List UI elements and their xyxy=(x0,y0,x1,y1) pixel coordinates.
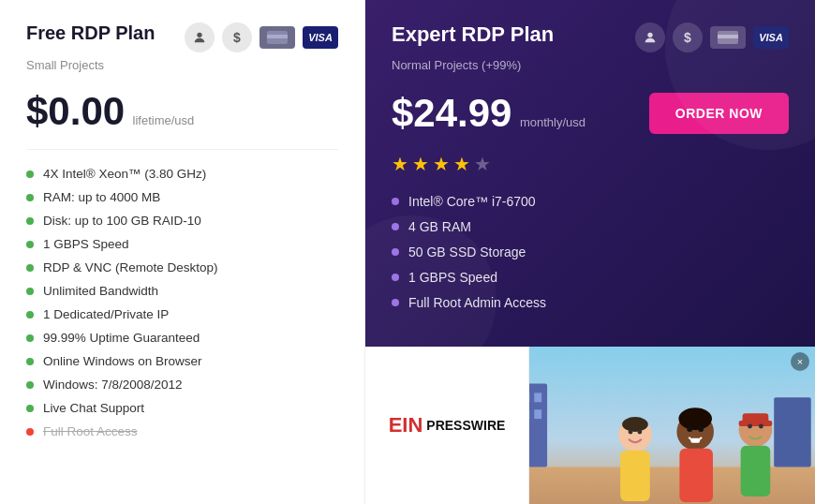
ad-logo-section: EIN PRESSWIRE xyxy=(365,347,529,504)
free-price-period: lifetime/usd xyxy=(133,113,195,127)
feature-text-strikethrough: Full Root Access xyxy=(43,424,138,438)
person-icon-right xyxy=(635,22,665,52)
svg-point-3 xyxy=(647,33,652,37)
bullet-dot xyxy=(26,170,34,178)
list-item: Online Windows on Browser xyxy=(26,354,338,368)
svg-rect-24 xyxy=(620,451,650,501)
feature-text: Online Windows on Browser xyxy=(43,354,202,368)
feature-text: 4X Intel® Xeon™ (3.80 GHz) xyxy=(43,167,206,181)
feature-text: 1 GBPS Speed xyxy=(408,270,497,285)
feature-text: Intel® Core™ i7-6700 xyxy=(408,194,536,209)
bullet-dot xyxy=(26,405,34,412)
bullet-dot xyxy=(392,248,399,256)
list-item: Intel® Core™ i7-6700 xyxy=(392,194,789,209)
free-plan-panel: Free RDP Plan $ VISA Small Projects $0.0… xyxy=(0,0,365,504)
bullet-dot xyxy=(392,299,399,306)
expert-header: Expert RDP Plan $ VISA xyxy=(392,22,789,52)
list-item: Windows: 7/8/2008/2012 xyxy=(26,378,338,392)
svg-point-39 xyxy=(759,424,763,429)
svg-rect-16 xyxy=(534,393,541,402)
expert-price-row: $24.99 monthly/usd ORDER NOW xyxy=(392,91,789,136)
svg-rect-37 xyxy=(739,421,773,426)
right-panel: Expert RDP Plan $ VISA Normal Projects (… xyxy=(365,0,815,504)
plan-title-group: Free RDP Plan xyxy=(26,22,155,44)
list-item: 1 GBPS Speed xyxy=(26,237,338,251)
dollar-icon-right: $ xyxy=(673,22,703,52)
bullet-dot xyxy=(26,217,34,225)
card-icon-right xyxy=(710,26,746,49)
person-icon xyxy=(185,22,215,52)
payment-icons-right: $ VISA xyxy=(635,22,789,52)
svg-point-33 xyxy=(698,426,704,432)
ad-close-button[interactable]: × xyxy=(791,352,809,371)
svg-rect-31 xyxy=(690,438,700,443)
feature-text: Full Root Admin Access xyxy=(408,295,546,310)
bullet-dot xyxy=(26,311,34,319)
expert-features-list: Intel® Core™ i7-6700 4 GB RAM 50 GB SSD … xyxy=(392,194,789,310)
star-1: ★ xyxy=(392,153,408,175)
order-now-button[interactable]: ORDER NOW xyxy=(649,93,789,134)
svg-rect-29 xyxy=(679,449,713,502)
list-item: RAM: up to 4000 MB xyxy=(26,190,338,204)
svg-rect-2 xyxy=(267,35,288,38)
svg-point-32 xyxy=(687,426,692,432)
feature-text: Disk: up to 100 GB RAID-10 xyxy=(43,214,201,228)
payment-icons-left: $ VISA xyxy=(185,22,338,52)
expert-price: $24.99 xyxy=(392,91,511,135)
svg-rect-7 xyxy=(529,467,815,504)
list-item: Full Root Access xyxy=(26,424,338,438)
expert-plan-subtitle: Normal Projects (+99%) xyxy=(392,58,789,72)
free-price-section: $0.00 lifetime/usd xyxy=(26,89,338,150)
svg-rect-4 xyxy=(718,31,738,44)
list-item: 1 GBPS Speed xyxy=(392,270,789,285)
svg-rect-19 xyxy=(534,409,541,419)
feature-text: RAM: up to 4000 MB xyxy=(43,190,160,204)
list-item: 99.99% Uptime Guaranteed xyxy=(26,331,338,345)
star-3: ★ xyxy=(433,153,450,175)
logo-presswire-text: PRESSWIRE xyxy=(426,418,505,433)
list-item: 4 GB RAM xyxy=(392,219,789,234)
expert-price-period: monthly/usd xyxy=(520,115,585,129)
feature-text: 1 GBPS Speed xyxy=(43,237,129,251)
svg-point-26 xyxy=(629,429,633,434)
free-price: $0.00 xyxy=(26,89,125,133)
ad-svg-illustration xyxy=(529,347,815,504)
feature-text: Windows: 7/8/2008/2012 xyxy=(43,378,183,392)
bullet-dot xyxy=(26,428,34,436)
expert-title-group: Expert RDP Plan xyxy=(392,22,554,47)
bullet-dot xyxy=(392,223,399,230)
free-features-list: 4X Intel® Xeon™ (3.80 GHz) RAM: up to 40… xyxy=(26,167,338,438)
feature-text: 4 GB RAM xyxy=(408,219,471,234)
ad-banner: EIN PRESSWIRE × xyxy=(365,347,815,504)
visa-icon-right: VISA xyxy=(753,26,789,49)
feature-text: 50 GB SSD Storage xyxy=(408,245,526,259)
list-item: 4X Intel® Xeon™ (3.80 GHz) xyxy=(26,167,338,181)
svg-point-30 xyxy=(678,408,712,430)
star-2: ★ xyxy=(412,153,429,175)
ein-presswire-logo: EIN PRESSWIRE xyxy=(389,413,506,437)
bullet-dot xyxy=(26,264,34,272)
bullet-dot xyxy=(392,198,399,205)
list-item: Full Root Admin Access xyxy=(392,295,789,310)
stars-rating: ★ ★ ★ ★ ★ xyxy=(392,153,789,175)
svg-rect-35 xyxy=(741,446,771,497)
star-5: ★ xyxy=(474,153,491,175)
ad-illustration-section: × xyxy=(529,347,815,504)
bullet-dot xyxy=(26,334,34,342)
list-item: RDP & VNC (Remote Desktop) xyxy=(26,260,338,274)
svg-point-25 xyxy=(622,417,648,432)
bullet-dot xyxy=(392,274,399,281)
list-item: 1 Dedicated/Private IP xyxy=(26,307,338,321)
feature-text: Unlimited Bandwidth xyxy=(43,284,158,298)
feature-text: Live Chat Support xyxy=(43,401,144,415)
svg-point-0 xyxy=(197,33,201,37)
list-item: 50 GB SSD Storage xyxy=(392,245,789,259)
list-item: Unlimited Bandwidth xyxy=(26,284,338,298)
dollar-icon: $ xyxy=(222,22,252,52)
plan-header: Free RDP Plan $ VISA xyxy=(26,22,338,52)
bullet-dot xyxy=(26,381,34,389)
list-item: Disk: up to 100 GB RAID-10 xyxy=(26,214,338,228)
free-plan-title: Free RDP Plan xyxy=(26,22,155,44)
feature-text: 99.99% Uptime Guaranteed xyxy=(43,331,200,345)
svg-rect-5 xyxy=(718,35,738,38)
